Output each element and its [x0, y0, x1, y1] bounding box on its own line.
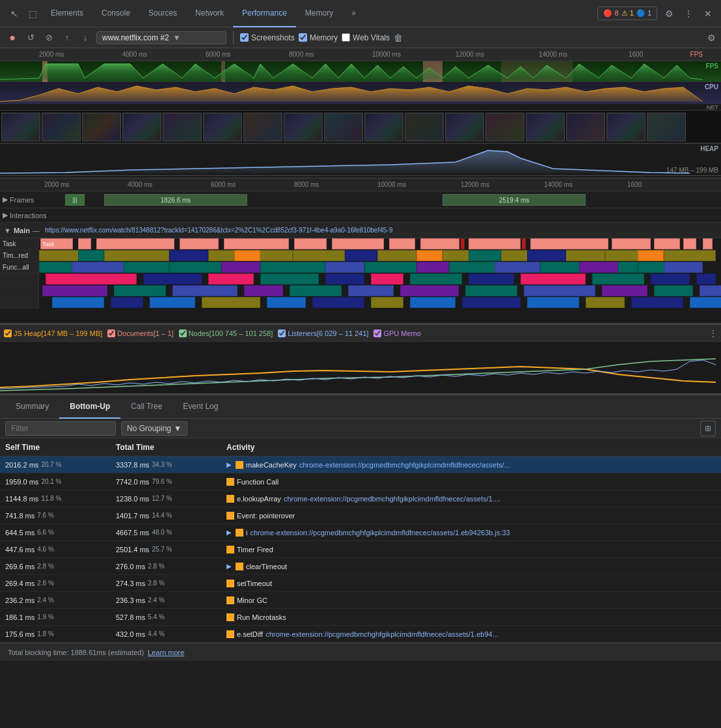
close-devtools-icon[interactable]: ✕	[700, 6, 716, 21]
table-row: 269.4 ms2.8 %274.3 ms2.8 %setTimeout	[0, 575, 721, 592]
main-thread-header: ▼ Main — https://www.netflix.com/watch/8…	[0, 223, 721, 238]
tab-more[interactable]: »	[342, 0, 365, 27]
fps-bar: FPS	[0, 61, 721, 82]
tab-event-log[interactable]: Event Log	[172, 395, 228, 419]
main-url[interactable]: https://www.netflix.com/watch/81348812?t…	[45, 227, 392, 234]
grouping-select[interactable]: No Grouping ▼	[121, 421, 187, 436]
settings-icon[interactable]: ⚙	[707, 33, 716, 43]
fb	[400, 285, 459, 296]
tab-sources[interactable]: Sources	[139, 0, 186, 27]
expand-icon[interactable]: ▶	[226, 563, 232, 570]
cell-self-time: 186.1 ms1.9 %	[0, 613, 111, 621]
metric-jsheap[interactable]: JS Heap[147 MB – 199 MB]	[4, 329, 102, 337]
col-self-time[interactable]: Self Time	[0, 443, 111, 452]
cell-activity: Minor GC	[221, 596, 721, 604]
table-options-icon[interactable]: ⊞	[700, 421, 716, 436]
metric-gpu[interactable]: GPU Memo	[374, 329, 420, 337]
memory-checkbox[interactable]	[299, 33, 307, 42]
learn-more-link[interactable]: Learn more	[148, 649, 184, 656]
screenshot-thumb	[1, 113, 40, 141]
flame-label-timer: Tim...red	[0, 250, 39, 262]
flame-content-task: Task	[39, 238, 721, 250]
tab-performance[interactable]: Performance	[233, 0, 296, 27]
collapse-main-icon[interactable]: ▼	[4, 227, 11, 234]
screenshots-checkbox-label[interactable]: Screenshots	[240, 33, 295, 42]
flame-row-extra3	[0, 297, 721, 309]
fb	[469, 273, 514, 285]
fb	[371, 297, 403, 308]
screenshots-checkbox[interactable]	[240, 33, 249, 42]
task-block-red	[461, 238, 465, 249]
nodes-label: Nodes[100 745 – 101 258]	[189, 329, 273, 337]
col-activity[interactable]: Activity	[221, 443, 721, 452]
timer-block	[469, 250, 501, 261]
tab-console[interactable]: Console	[92, 0, 139, 27]
cell-self-time: 644.5 ms6.6 %	[0, 529, 111, 537]
func-block	[495, 262, 540, 273]
trash-icon[interactable]: 🗑	[394, 33, 403, 43]
fb	[524, 285, 595, 296]
tick-8000: 8000 ms	[289, 51, 314, 58]
cell-total-time: 1238.0 ms12.7 %	[111, 495, 221, 503]
tab-summary[interactable]: Summary	[5, 395, 59, 419]
cell-self-time: 2016.2 ms20.7 %	[0, 461, 111, 469]
fb	[46, 273, 137, 285]
cell-self-time: 175.6 ms1.8 %	[0, 630, 111, 638]
refresh-record-button[interactable]: ↺	[23, 31, 38, 45]
documents-checkbox[interactable]	[107, 329, 115, 337]
table-row: 236.2 ms2.4 %236.3 ms2.4 %Minor GC	[0, 592, 721, 609]
tab-network[interactable]: Network	[186, 0, 233, 27]
cell-self-time: 269.4 ms2.8 %	[0, 580, 111, 587]
nodes-checkbox[interactable]	[179, 329, 187, 337]
fb	[244, 285, 283, 296]
fb	[410, 297, 456, 308]
device-icon[interactable]: ⬚	[23, 5, 42, 23]
clear-button[interactable]: ⊘	[42, 31, 56, 45]
task-block	[683, 238, 696, 249]
timer-block	[377, 250, 416, 261]
timer-block	[293, 250, 345, 261]
tab-memory[interactable]: Memory	[296, 0, 342, 27]
listeners-checkbox[interactable]	[278, 329, 286, 337]
expand-icon[interactable]: ▶	[226, 529, 232, 536]
col-total-time[interactable]: Total Time	[111, 443, 221, 452]
metric-documents[interactable]: Documents[1 – 1]	[107, 329, 173, 337]
tick-4000: 4000 ms	[122, 51, 147, 58]
flame-row-extra1	[0, 273, 721, 285]
activity-link[interactable]: chrome-extension://pcgmedbmchghfgikplcim…	[299, 461, 510, 469]
fb	[700, 285, 721, 296]
download-button[interactable]: ↓	[78, 31, 92, 45]
metric-nodes[interactable]: Nodes[100 745 – 101 258]	[179, 329, 273, 337]
filter-input[interactable]	[5, 421, 116, 436]
status-text: Total blocking time: 1888.61ms (estimate…	[8, 649, 144, 656]
record-button[interactable]: ●	[5, 31, 20, 45]
activity-link[interactable]: chrome-extension://pcgmedbmchghfgikplcim…	[265, 630, 498, 638]
activity-link[interactable]: chrome-extension://pcgmedbmchghfgikplcim…	[284, 495, 500, 503]
tab-elements[interactable]: Elements	[42, 0, 92, 27]
metrics-more-icon[interactable]: ⋮	[709, 329, 717, 338]
expand-icon[interactable]: ▶	[226, 461, 232, 468]
cpu-bar: CPU	[0, 82, 721, 104]
screenshot-thumb	[566, 113, 605, 141]
cursor-icon[interactable]: ↖	[5, 5, 23, 23]
more-options-icon[interactable]: ⋮	[681, 6, 696, 21]
frames-toggle[interactable]: ▶ Frames	[3, 195, 34, 204]
gpu-checkbox[interactable]	[374, 329, 381, 337]
memory-checkbox-label[interactable]: Memory	[299, 33, 338, 42]
interactions-toggle[interactable]: ▶ Interactions	[3, 211, 47, 219]
web-vitals-checkbox-label[interactable]: Web Vitals	[342, 33, 390, 42]
jsheap-checkbox[interactable]	[4, 329, 12, 337]
func-block	[416, 262, 449, 273]
tab-call-tree[interactable]: Call Tree	[120, 395, 172, 419]
fb	[52, 297, 104, 308]
cell-activity: e.lookupArray chrome-extension://pcgmedb…	[221, 495, 721, 503]
upload-button[interactable]: ↑	[60, 31, 74, 45]
settings-gear-icon[interactable]: ⚙	[661, 6, 677, 21]
tab-bottom-up[interactable]: Bottom-Up	[59, 395, 120, 419]
net-bar: NET	[0, 104, 721, 111]
activity-link[interactable]: chrome-extension://pcgmedbmchghfgikplcim…	[250, 529, 510, 537]
web-vitals-checkbox[interactable]	[342, 33, 350, 42]
metric-listeners[interactable]: Listeners[6 029 – 11 241]	[278, 329, 368, 337]
flame-label-task: Task	[0, 238, 39, 250]
activity-name: setTimeout	[237, 580, 272, 587]
